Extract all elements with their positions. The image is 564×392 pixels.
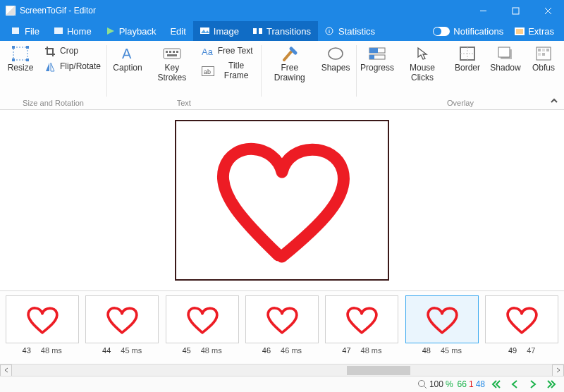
- horizontal-scrollbar[interactable]: [0, 364, 564, 376]
- thumbnail-image: [245, 295, 319, 343]
- app-icon: [6, 6, 16, 16]
- nav-first-button[interactable]: [489, 378, 503, 391]
- image-icon: [200, 27, 210, 35]
- svg-rect-42: [538, 49, 541, 51]
- frame-duration: 48 ms: [201, 346, 222, 355]
- frame-duration: 45 ms: [121, 346, 142, 355]
- ribbon-group-text: A Caption Key Strokes Aa Free Text ab Ti…: [107, 41, 261, 109]
- window-title: ScreenToGif - Editor: [20, 6, 96, 16]
- thumbnail-image: [6, 295, 79, 343]
- border-button[interactable]: Border: [448, 44, 486, 75]
- frame-duration: 46 ms: [281, 346, 302, 355]
- maximize-button[interactable]: [499, 0, 532, 21]
- svg-text:A: A: [122, 46, 132, 61]
- caption-icon: A: [118, 45, 137, 62]
- shadow-button[interactable]: Shadow: [486, 44, 525, 75]
- status-bar: 100 % 66 1 48: [0, 376, 564, 392]
- play-icon: [106, 27, 116, 35]
- zoom-unit: %: [446, 379, 453, 389]
- zoom-value: 100: [429, 379, 443, 389]
- frame-strip[interactable]: 4348 ms4445 ms4548 ms4646 ms4748 ms4845 …: [0, 290, 564, 364]
- freedrawing-button[interactable]: Free Drawing: [263, 44, 317, 85]
- svg-rect-22: [164, 49, 180, 59]
- obfuscate-button[interactable]: Obfus: [525, 44, 563, 75]
- freetext-button[interactable]: Aa Free Text: [197, 44, 259, 59]
- chevron-up-icon: [550, 97, 558, 104]
- frame-thumbnail[interactable]: 4548 ms: [164, 295, 240, 355]
- scroll-thumb[interactable]: [347, 366, 410, 375]
- frame-thumbnail[interactable]: 4646 ms: [244, 295, 319, 355]
- crop-button[interactable]: Crop: [39, 44, 105, 59]
- scroll-track[interactable]: [12, 365, 552, 376]
- frame-thumbnail[interactable]: 4748 ms: [324, 295, 400, 355]
- progress-button[interactable]: Progress: [358, 44, 396, 75]
- ribbon-group-draw: Free Drawing Shapes: [262, 41, 357, 109]
- zoom-icon: [417, 379, 427, 389]
- frame-thumbnail[interactable]: 4348 ms: [4, 295, 80, 355]
- tab-playback[interactable]: Playback: [99, 21, 164, 41]
- freedraw-icon: [281, 45, 299, 62]
- nav-prev-button[interactable]: [508, 378, 522, 391]
- svg-rect-26: [176, 51, 178, 53]
- tab-image[interactable]: Image: [193, 21, 246, 41]
- notifications-toggle[interactable]: Notifications: [429, 26, 508, 37]
- mouseclicks-icon: [413, 45, 431, 62]
- svg-marker-6: [107, 27, 114, 35]
- frame-thumbnail[interactable]: 4947: [484, 295, 560, 355]
- tab-statistics[interactable]: Statistics: [318, 21, 382, 41]
- tab-transitions[interactable]: Transitions: [246, 21, 318, 41]
- fliprotate-button[interactable]: Flip/Rotate: [39, 59, 105, 75]
- button-label: Shadow: [490, 63, 520, 73]
- frame-counts: 66 1 48: [458, 379, 485, 389]
- tab-label: Edit: [170, 26, 185, 37]
- button-label: Caption: [113, 63, 142, 73]
- svg-rect-25: [173, 51, 175, 53]
- caption-button[interactable]: A Caption: [109, 44, 147, 75]
- ribbon: Resize Crop Flip/Rotate Size and Rotatio…: [0, 41, 564, 110]
- frame-duration: 48 ms: [41, 346, 62, 355]
- frame-index: 46: [262, 346, 271, 355]
- mouseclicks-button[interactable]: Mouse Clicks: [396, 44, 448, 85]
- menu-tabs: File Home Playback Edit Image Transition…: [0, 21, 564, 41]
- tab-label: Home: [67, 26, 92, 37]
- zoom-display[interactable]: 100 %: [417, 379, 453, 389]
- fliprotate-icon: [44, 61, 56, 73]
- resize-button[interactable]: Resize: [1, 44, 39, 75]
- border-icon: [458, 45, 477, 62]
- svg-rect-24: [169, 51, 171, 53]
- obfuscate-icon: [534, 45, 553, 62]
- shapes-button[interactable]: Shapes: [317, 44, 355, 75]
- tab-label: Image: [214, 26, 239, 37]
- titleframe-button[interactable]: ab Title Frame: [197, 59, 259, 83]
- nav-last-button[interactable]: [544, 378, 558, 391]
- tab-home[interactable]: Home: [47, 21, 99, 41]
- ribbon-collapse-button[interactable]: [550, 97, 558, 106]
- scroll-right-button[interactable]: [552, 365, 564, 376]
- svg-rect-40: [498, 47, 510, 57]
- frame-thumbnail[interactable]: 4445 ms: [84, 295, 159, 355]
- svg-rect-44: [546, 49, 549, 51]
- thumbnail-image: [85, 295, 159, 343]
- button-label: Key Strokes: [151, 63, 193, 83]
- frame-current: 1: [469, 379, 474, 389]
- frame-thumbnail[interactable]: 4845 ms: [404, 295, 479, 355]
- close-button[interactable]: [532, 0, 564, 21]
- scroll-left-button[interactable]: [0, 365, 12, 376]
- button-label: Obfus: [532, 63, 555, 73]
- button-label: Mouse Clicks: [400, 63, 444, 83]
- tab-label: Playback: [119, 26, 157, 37]
- svg-line-48: [424, 386, 427, 389]
- canvas-area[interactable]: [0, 110, 564, 290]
- nav-next-button[interactable]: [526, 378, 540, 391]
- minimize-button[interactable]: [467, 0, 499, 21]
- svg-rect-23: [166, 51, 168, 53]
- keystrokes-button[interactable]: Key Strokes: [147, 44, 197, 85]
- extras-button[interactable]: Extras: [510, 26, 558, 37]
- frame-duration: 45 ms: [441, 346, 462, 355]
- svg-rect-1: [513, 8, 519, 14]
- svg-marker-19: [46, 63, 49, 71]
- tab-file[interactable]: File: [4, 21, 47, 41]
- group-label: Overlay: [358, 97, 563, 108]
- svg-rect-46: [542, 53, 545, 56]
- tab-edit[interactable]: Edit: [163, 21, 192, 41]
